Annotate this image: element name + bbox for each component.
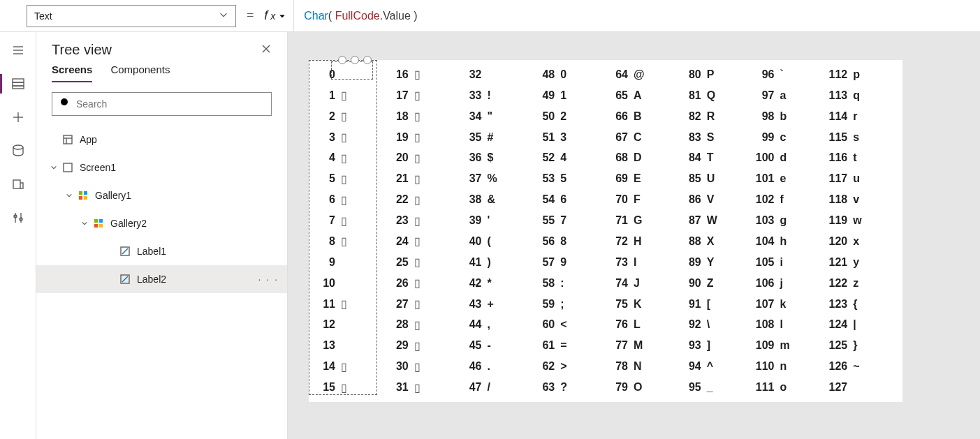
tree-item-gallery2[interactable]: Gallery2 bbox=[36, 209, 287, 237]
tree-item-screen1[interactable]: Screen1 bbox=[36, 154, 287, 181]
ascii-cell: 63? bbox=[532, 377, 606, 398]
ascii-code: 67 bbox=[606, 131, 634, 144]
ascii-code: 40 bbox=[460, 235, 488, 248]
search-input[interactable] bbox=[76, 98, 264, 110]
ascii-glyph: ▯ bbox=[414, 193, 420, 207]
ascii-code: 89 bbox=[679, 256, 707, 269]
ascii-cell: 27▯ bbox=[386, 294, 460, 315]
property-dropdown-value: Text bbox=[34, 10, 52, 22]
ascii-code: 93 bbox=[679, 339, 707, 352]
ascii-cell: 73I bbox=[606, 252, 679, 273]
ascii-cell: 65A bbox=[606, 85, 679, 106]
ascii-cell: 58: bbox=[532, 273, 606, 294]
ascii-code: 63 bbox=[532, 381, 560, 394]
chevron-down-icon[interactable] bbox=[80, 220, 89, 227]
ascii-cell: 7▯ bbox=[313, 210, 386, 231]
selection-handles[interactable] bbox=[338, 56, 372, 64]
ascii-code: 75 bbox=[606, 298, 634, 311]
data-icon[interactable] bbox=[4, 137, 32, 165]
ascii-code: 44 bbox=[460, 318, 488, 331]
ascii-cell: 36$ bbox=[460, 148, 533, 169]
ascii-glyph: a bbox=[780, 89, 787, 102]
ascii-code: 126 bbox=[825, 360, 853, 373]
ascii-cell: 513 bbox=[532, 127, 606, 148]
ascii-code: 19 bbox=[386, 131, 414, 144]
ascii-glyph: ! bbox=[488, 89, 491, 102]
ascii-glyph: \ bbox=[707, 318, 710, 331]
ascii-cell: 6▯ bbox=[313, 189, 386, 210]
more-icon[interactable]: · · · bbox=[258, 274, 279, 285]
ascii-cell: 22▯ bbox=[386, 189, 460, 210]
ascii-glyph: / bbox=[488, 381, 490, 394]
svg-rect-21 bbox=[64, 163, 72, 172]
tree-item-label: Screen1 bbox=[80, 162, 116, 173]
tools-icon[interactable] bbox=[4, 204, 32, 232]
ascii-code: 72 bbox=[606, 235, 634, 248]
ascii-code: 96 bbox=[752, 68, 780, 81]
ascii-glyph: x bbox=[853, 235, 859, 248]
chevron-down-icon[interactable] bbox=[64, 192, 74, 199]
ascii-column: 48049150251352453554655756857958:59;60<6… bbox=[532, 64, 606, 398]
app-preview[interactable]: 01▯2▯3▯4▯5▯6▯7▯8▯91011▯121314▯15▯16▯17▯1… bbox=[309, 60, 902, 402]
ascii-code: 1 bbox=[313, 89, 341, 102]
ascii-cell: 118v bbox=[825, 189, 898, 210]
ascii-glyph: _ bbox=[707, 381, 713, 394]
close-icon[interactable] bbox=[261, 43, 272, 57]
ascii-glyph: ' bbox=[488, 214, 490, 227]
tab-screens[interactable]: Screens bbox=[52, 64, 92, 82]
chevron-down-icon[interactable] bbox=[49, 164, 59, 171]
ascii-code: 112 bbox=[825, 68, 853, 81]
ascii-glyph: e bbox=[780, 172, 787, 185]
insert-icon[interactable] bbox=[4, 103, 32, 131]
ascii-code: 119 bbox=[825, 214, 853, 227]
equals-label: = bbox=[246, 8, 254, 23]
ascii-cell: 66B bbox=[606, 106, 679, 127]
ascii-cell: 94^ bbox=[679, 356, 752, 377]
tree-search[interactable] bbox=[52, 92, 272, 116]
tab-components[interactable]: Components bbox=[110, 64, 170, 82]
tree-item-label1[interactable]: Label1 bbox=[36, 237, 287, 265]
ascii-code: 39 bbox=[460, 214, 488, 227]
resize-handle[interactable] bbox=[363, 56, 372, 64]
svg-line-31 bbox=[122, 248, 128, 254]
tree-view-icon[interactable] bbox=[4, 70, 32, 98]
ascii-code: 47 bbox=[460, 381, 488, 394]
formula-token-paren: ( bbox=[328, 10, 335, 22]
ascii-glyph: 1 bbox=[560, 89, 566, 102]
canvas[interactable]: 01▯2▯3▯4▯5▯6▯7▯8▯91011▯121314▯15▯16▯17▯1… bbox=[288, 32, 980, 439]
ascii-cell: 67C bbox=[606, 127, 679, 148]
ascii-cell: 116t bbox=[825, 148, 898, 169]
resize-handle[interactable] bbox=[338, 56, 346, 64]
svg-rect-23 bbox=[84, 191, 87, 195]
tree-item-gallery1[interactable]: Gallery1 bbox=[36, 181, 287, 209]
ascii-glyph: 2 bbox=[560, 110, 566, 123]
ascii-glyph: d bbox=[780, 151, 787, 164]
formula-input[interactable]: Char ( FullCode . Value ) bbox=[294, 0, 980, 31]
resize-handle[interactable] bbox=[351, 56, 359, 64]
hamburger-icon[interactable] bbox=[4, 36, 32, 64]
ascii-code: 64 bbox=[606, 68, 634, 81]
ascii-glyph: G bbox=[634, 214, 642, 227]
ascii-cell: 70F bbox=[606, 189, 679, 210]
ascii-cell: 579 bbox=[532, 252, 606, 273]
ascii-code: 86 bbox=[679, 193, 707, 206]
property-dropdown[interactable]: Text bbox=[27, 5, 236, 27]
ascii-code: 20 bbox=[386, 151, 414, 164]
tree-item-label: Gallery2 bbox=[110, 218, 147, 229]
ascii-glyph: ▯ bbox=[414, 339, 420, 352]
ascii-code: 111 bbox=[752, 381, 780, 394]
ascii-code: 30 bbox=[386, 360, 414, 373]
ascii-code: 24 bbox=[386, 235, 414, 248]
tree-item-label2[interactable]: Label2· · · bbox=[36, 265, 287, 293]
ascii-glyph: H bbox=[634, 235, 642, 248]
ascii-code: 3 bbox=[313, 131, 341, 144]
ascii-code: 27 bbox=[386, 298, 414, 311]
tree-item-app[interactable]: App bbox=[36, 126, 287, 154]
fx-icon[interactable]: fx bbox=[264, 0, 294, 31]
ascii-cell: 28▯ bbox=[386, 315, 460, 336]
ascii-code: 43 bbox=[460, 298, 488, 311]
ascii-column: 112p113q114r115s116t117u118v119w120x121y… bbox=[825, 64, 898, 398]
media-icon[interactable] bbox=[4, 170, 32, 198]
ascii-glyph: z bbox=[853, 277, 858, 290]
ascii-cell: 77M bbox=[606, 335, 679, 356]
